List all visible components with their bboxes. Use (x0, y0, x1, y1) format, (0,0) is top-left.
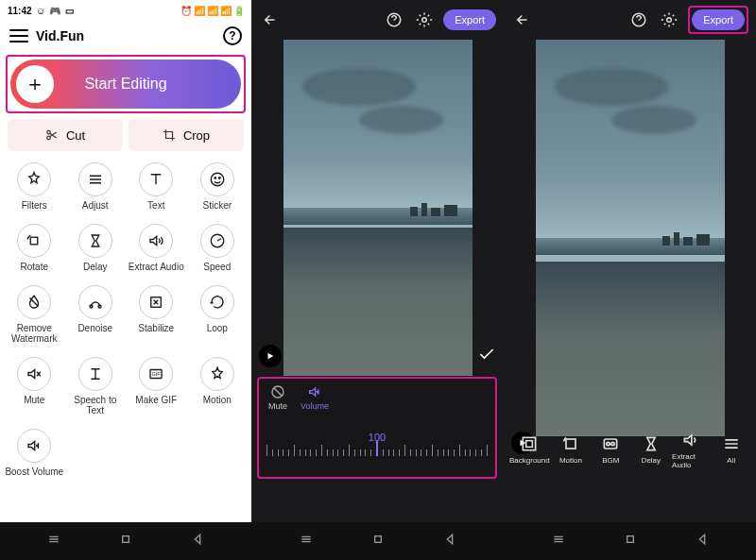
tool-adjust[interactable]: Adjust (65, 162, 127, 211)
tool-bgm[interactable]: BGM (592, 434, 629, 465)
speed-icon (209, 232, 226, 249)
card-icon: ▭ (64, 6, 75, 16)
back-nav-button[interactable] (695, 532, 710, 551)
gamepad-icon: 🎮 (50, 6, 60, 16)
boost-volume-icon (26, 437, 43, 454)
system-navbar (0, 522, 756, 560)
nav-mid (252, 522, 505, 560)
start-editing-button[interactable]: ＋ Start Editing (10, 59, 241, 109)
signal-icon: 📶 (207, 6, 217, 16)
tool-delay[interactable]: Delay (632, 434, 670, 465)
svg-rect-5 (31, 237, 39, 245)
svg-rect-19 (566, 439, 576, 449)
alarm-icon: ⏰ (180, 6, 191, 16)
nav-left (0, 522, 252, 560)
volume-tab[interactable]: Volume (301, 384, 329, 411)
tool-speech-to-text[interactable]: Speech to Text (65, 357, 127, 416)
svg-text:GIF: GIF (152, 371, 161, 377)
rotate-icon (26, 232, 43, 249)
back-nav-button[interactable] (442, 532, 457, 551)
cut-button[interactable]: Cut (8, 119, 123, 151)
adjust-icon (87, 171, 104, 188)
export-button[interactable]: Export (443, 9, 496, 30)
volume-slider[interactable]: 100 (266, 432, 488, 460)
tool-mute[interactable]: Mute (4, 357, 65, 416)
denoise-icon (87, 294, 104, 311)
app-title: Vid.Fun (36, 28, 223, 43)
crop-button[interactable]: Crop (129, 119, 244, 151)
speech-icon (87, 365, 104, 382)
recents-button[interactable] (299, 532, 314, 551)
bottom-toolbar: Background Motion BGM Delay Extract Audi… (504, 420, 756, 479)
stabilize-icon (147, 294, 164, 311)
svg-point-2 (211, 173, 224, 186)
volume-panel: Mute Volume 100 (257, 377, 497, 479)
ruler-ticks (266, 441, 488, 456)
home-button[interactable] (370, 532, 386, 551)
tool-text[interactable]: Text (126, 162, 187, 211)
motion-icon (209, 365, 226, 382)
tool-loop[interactable]: Loop (187, 285, 249, 344)
wifi-icon: 📶 (194, 6, 204, 16)
svg-point-22 (611, 442, 614, 445)
mute-tab[interactable]: Mute (268, 384, 287, 411)
tool-delay[interactable]: Delay (65, 224, 127, 272)
svg-rect-17 (524, 437, 536, 450)
tool-boost-volume[interactable]: Boost Volume (4, 429, 65, 477)
tool-extract-audio[interactable]: Extract Audio (672, 431, 710, 469)
help-icon[interactable] (627, 8, 650, 31)
filters-icon (26, 171, 43, 188)
tools-grid: Filters Adjust Text Sticker Rotate Delay… (0, 151, 251, 494)
tool-filters[interactable]: Filters (4, 162, 65, 211)
export-button[interactable]: Export (692, 9, 745, 30)
video-preview[interactable] (536, 40, 725, 436)
back-button[interactable] (511, 8, 534, 31)
svg-rect-25 (627, 536, 633, 543)
tool-remove-watermark[interactable]: Remove Watermark (4, 285, 65, 344)
signal2-icon: 📶 (220, 6, 231, 16)
tool-extract-audio[interactable]: Extract Audio (126, 224, 187, 272)
editor-header: Export (504, 0, 756, 40)
back-button[interactable] (259, 8, 282, 31)
settings-icon[interactable] (413, 8, 436, 31)
svg-point-21 (607, 442, 610, 445)
delay-icon (87, 232, 104, 249)
drop-icon (26, 294, 43, 311)
settings-icon[interactable] (658, 8, 680, 31)
tool-make-gif[interactable]: GIFMake GIF (126, 357, 187, 416)
tool-background[interactable]: Background (509, 434, 550, 465)
text-icon (147, 171, 164, 188)
help-icon[interactable]: ? (223, 26, 242, 45)
start-label: Start Editing (16, 76, 235, 93)
svg-rect-24 (375, 536, 382, 543)
volume-editor-panel: Export Mute Volume 100 (251, 0, 504, 522)
status-bar: 11:42 ☺ 🎮 ▭ ⏰ 📶 📶 📶 🔋 (0, 0, 251, 21)
status-time: 11:42 (8, 6, 32, 16)
tool-all[interactable]: All (713, 434, 750, 465)
svg-point-13 (422, 18, 427, 23)
recents-button[interactable] (46, 532, 61, 551)
battery-icon: 🔋 (233, 6, 244, 16)
tool-motion[interactable]: Motion (552, 434, 590, 465)
tool-sticker[interactable]: Sticker (187, 162, 249, 211)
main-editor-panel: Export Background Motion BGM Delay Extra… (504, 0, 756, 522)
back-nav-button[interactable] (190, 532, 205, 551)
svg-point-4 (218, 178, 220, 179)
menu-button[interactable] (9, 29, 28, 42)
home-panel: 11:42 ☺ 🎮 ▭ ⏰ 📶 📶 📶 🔋 Vid.Fun ? ＋ Start … (0, 0, 251, 522)
confirm-button[interactable] (477, 345, 496, 367)
sync-icon: ☺ (36, 6, 46, 16)
mute-icon (26, 365, 43, 382)
tool-stabilize[interactable]: Stabilize (126, 285, 187, 344)
tool-motion[interactable]: Motion (187, 357, 249, 416)
tool-rotate[interactable]: Rotate (4, 224, 65, 272)
help-icon[interactable] (383, 8, 405, 31)
play-button[interactable] (259, 345, 282, 367)
quick-actions: Cut Crop (0, 119, 251, 151)
recents-button[interactable] (551, 532, 566, 551)
tool-speed[interactable]: Speed (187, 224, 249, 272)
home-button[interactable] (623, 532, 638, 551)
tool-denoise[interactable]: Denoise (65, 285, 127, 344)
home-button[interactable] (118, 532, 133, 551)
video-preview[interactable] (284, 40, 472, 376)
